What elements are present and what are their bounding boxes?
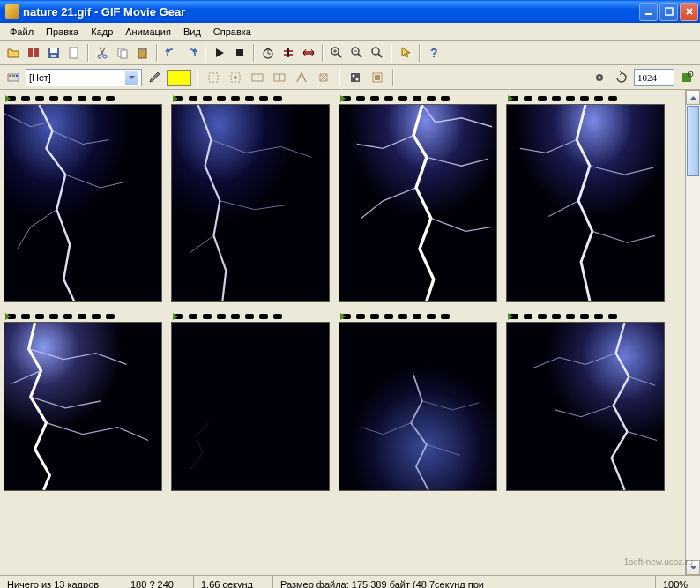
- svg-rect-46: [507, 105, 664, 301]
- svg-rect-0: [645, 13, 652, 15]
- frame-2[interactable]: [171, 93, 330, 302]
- help-button[interactable]: ?: [424, 43, 443, 63]
- palette-dropdown[interactable]: [Нет]: [26, 69, 142, 86]
- dropdown-arrow-icon: [125, 71, 138, 85]
- menu-view[interactable]: Вид: [177, 25, 207, 39]
- frame-3[interactable]: [339, 93, 497, 302]
- frames-area[interactable]: [0, 90, 685, 575]
- timing-button[interactable]: [258, 43, 278, 63]
- maximize-button[interactable]: [659, 3, 678, 21]
- svg-rect-44: [172, 105, 329, 301]
- tool-b[interactable]: [226, 68, 245, 87]
- close-button[interactable]: [680, 3, 698, 21]
- svg-rect-13: [140, 48, 145, 50]
- resize-button[interactable]: [299, 43, 318, 63]
- svg-rect-33: [279, 74, 285, 81]
- tool-c[interactable]: [248, 68, 267, 87]
- app-icon: [5, 4, 19, 19]
- palette-button[interactable]: [4, 68, 23, 87]
- minimize-button[interactable]: [639, 3, 658, 21]
- frame-8[interactable]: [506, 311, 665, 491]
- color-swatch[interactable]: [167, 70, 191, 86]
- content-area: [0, 90, 700, 575]
- scroll-thumb[interactable]: [687, 106, 699, 176]
- paste-button[interactable]: [133, 43, 153, 63]
- menu-edit[interactable]: Правка: [40, 25, 85, 39]
- zoom-fit-button[interactable]: [368, 43, 387, 63]
- svg-rect-34: [351, 73, 360, 82]
- filmstrip: [339, 93, 497, 104]
- rotate-tool[interactable]: [590, 68, 609, 87]
- frame-6[interactable]: [171, 311, 330, 491]
- frame-4[interactable]: [506, 93, 665, 302]
- vertical-scrollbar[interactable]: [685, 90, 700, 575]
- rotate-icon[interactable]: [612, 68, 631, 87]
- main-toolbar: ?: [0, 41, 700, 65]
- menu-file[interactable]: Файл: [4, 25, 40, 39]
- status-zoom: 100%: [656, 576, 700, 588]
- insert-button[interactable]: [24, 43, 43, 63]
- status-frames: Ничего из 13 кадров: [0, 576, 123, 588]
- window-title: nature 21.gif - GIF Movie Gear: [23, 5, 639, 19]
- eyedropper-button[interactable]: [145, 68, 164, 87]
- svg-rect-43: [4, 105, 161, 301]
- menu-help[interactable]: Справка: [207, 25, 257, 39]
- svg-rect-49: [339, 323, 496, 490]
- open-button[interactable]: [4, 43, 23, 63]
- undo-button[interactable]: [161, 43, 181, 63]
- cut-button[interactable]: [93, 43, 112, 63]
- menu-frame[interactable]: Кадр: [85, 25, 119, 39]
- filmstrip: [171, 93, 330, 104]
- svg-rect-7: [70, 48, 78, 58]
- svg-rect-16: [266, 48, 270, 49]
- svg-rect-50: [507, 323, 664, 490]
- svg-rect-28: [209, 73, 218, 82]
- svg-rect-25: [9, 75, 11, 77]
- svg-rect-41: [682, 73, 691, 82]
- statusbar: Ничего из 13 кадров 180 ? 240 1.66 секун…: [0, 575, 700, 588]
- filmstrip: [506, 311, 665, 322]
- svg-point-9: [103, 55, 107, 58]
- svg-rect-45: [339, 105, 496, 301]
- svg-point-35: [353, 74, 355, 77]
- dropdown-value: [Нет]: [29, 72, 51, 83]
- svg-rect-5: [50, 48, 57, 53]
- save-button[interactable]: [44, 43, 63, 63]
- svg-point-8: [98, 55, 101, 58]
- zoom-out-button[interactable]: [347, 43, 367, 63]
- watermark: 1soft-new.ucoz.ru: [624, 557, 693, 567]
- new-button[interactable]: [64, 43, 84, 63]
- svg-rect-48: [172, 323, 329, 490]
- stop-button[interactable]: [230, 43, 249, 63]
- pointer-button[interactable]: [396, 43, 415, 63]
- svg-rect-38: [375, 75, 380, 80]
- status-filesize: Размер файла: 175 389 байт (48.7секунд п…: [273, 576, 656, 588]
- svg-rect-32: [274, 74, 279, 81]
- frame-7[interactable]: [339, 311, 497, 491]
- copy-button[interactable]: [113, 43, 132, 63]
- frame-1[interactable]: [4, 93, 162, 302]
- zoom-in-button[interactable]: [327, 43, 346, 63]
- svg-rect-31: [252, 74, 263, 81]
- svg-rect-19: [303, 51, 314, 55]
- tool-e[interactable]: [292, 68, 311, 87]
- svg-point-40: [599, 76, 601, 78]
- rotation-input[interactable]: [634, 69, 674, 86]
- svg-rect-26: [12, 75, 15, 77]
- tool-d[interactable]: [270, 68, 289, 87]
- secondary-toolbar: [Нет]: [0, 65, 700, 90]
- frame-5[interactable]: [4, 311, 162, 491]
- scroll-up-button[interactable]: [686, 90, 700, 105]
- filmstrip: [4, 311, 162, 322]
- tool-h[interactable]: [368, 68, 387, 87]
- menu-animation[interactable]: Анимация: [119, 25, 177, 39]
- tool-g[interactable]: [346, 68, 365, 87]
- play-button[interactable]: [210, 43, 229, 63]
- optimize-button[interactable]: [279, 43, 298, 63]
- apply-button[interactable]: [677, 68, 696, 87]
- redo-button[interactable]: [182, 43, 201, 63]
- scroll-track[interactable]: [686, 105, 700, 560]
- filmstrip: [339, 311, 497, 322]
- tool-a[interactable]: [204, 68, 223, 87]
- tool-f[interactable]: [314, 68, 333, 87]
